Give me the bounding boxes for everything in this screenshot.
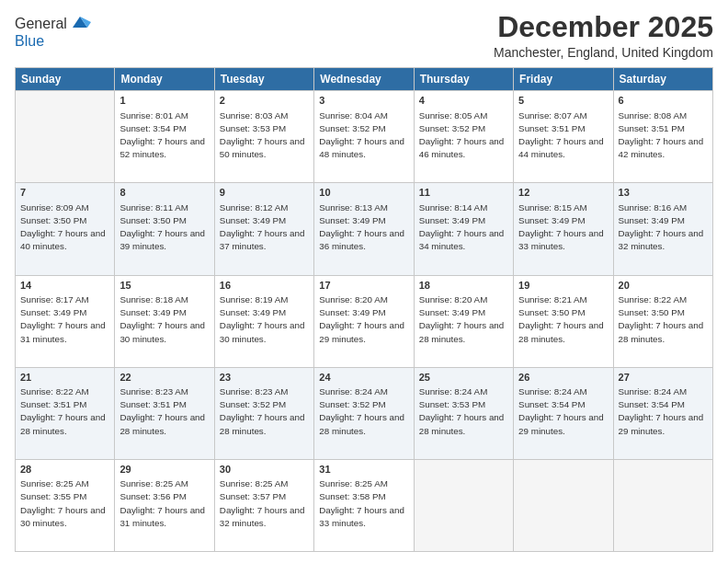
sunset-label: Sunset: 3:55 PM (20, 491, 86, 501)
day-number: 11 (419, 186, 508, 200)
day-info: Sunrise: 8:24 AM Sunset: 3:54 PM Dayligh… (619, 385, 708, 438)
calendar-week-row: 28 Sunrise: 8:25 AM Sunset: 3:55 PM Dayl… (16, 459, 713, 551)
sunset-label: Sunset: 3:52 PM (319, 123, 385, 133)
daylight-label: Daylight: 7 hours and 44 minutes. (518, 136, 604, 159)
sunrise-label: Sunrise: 8:05 AM (419, 110, 488, 121)
sunrise-label: Sunrise: 8:01 AM (119, 110, 188, 121)
calendar-day-cell: 7 Sunrise: 8:09 AM Sunset: 3:50 PM Dayli… (16, 183, 115, 275)
calendar-day-cell: 3 Sunrise: 8:04 AM Sunset: 3:52 PM Dayli… (314, 91, 414, 183)
day-number: 28 (20, 463, 109, 477)
sunset-label: Sunset: 3:52 PM (319, 399, 385, 409)
sunset-label: Sunset: 3:49 PM (419, 307, 485, 317)
sunrise-label: Sunrise: 8:23 AM (220, 386, 289, 396)
logo-icon (69, 11, 91, 33)
daylight-label: Daylight: 7 hours and 29 minutes. (518, 412, 604, 435)
sunrise-label: Sunrise: 8:04 AM (319, 110, 388, 121)
day-info: Sunrise: 8:12 AM Sunset: 3:49 PM Dayligh… (220, 201, 309, 254)
day-number: 7 (20, 186, 109, 200)
daylight-label: Daylight: 7 hours and 46 minutes. (419, 136, 505, 159)
sunrise-label: Sunrise: 8:22 AM (619, 294, 688, 304)
daylight-label: Daylight: 7 hours and 32 minutes. (619, 228, 704, 251)
daylight-label: Daylight: 7 hours and 30 minutes. (220, 320, 305, 343)
daylight-label: Daylight: 7 hours and 28 minutes. (419, 320, 505, 343)
calendar-week-row: 21 Sunrise: 8:22 AM Sunset: 3:51 PM Dayl… (16, 367, 713, 459)
day-of-week-header: Tuesday (214, 68, 313, 91)
calendar-table: SundayMondayTuesdayWednesdayThursdayFrid… (15, 67, 713, 552)
calendar-day-cell (16, 91, 115, 183)
day-info: Sunrise: 8:16 AM Sunset: 3:49 PM Dayligh… (619, 201, 708, 254)
calendar-day-cell: 1 Sunrise: 8:01 AM Sunset: 3:54 PM Dayli… (115, 91, 214, 183)
day-info: Sunrise: 8:13 AM Sunset: 3:49 PM Dayligh… (319, 201, 408, 254)
day-number: 10 (319, 186, 408, 200)
daylight-label: Daylight: 7 hours and 29 minutes. (619, 412, 704, 435)
sunrise-label: Sunrise: 8:07 AM (518, 110, 587, 121)
calendar-day-cell: 13 Sunrise: 8:16 AM Sunset: 3:49 PM Dayl… (613, 183, 712, 275)
daylight-label: Daylight: 7 hours and 28 minutes. (220, 412, 305, 435)
calendar-day-cell: 23 Sunrise: 8:23 AM Sunset: 3:52 PM Dayl… (214, 367, 313, 459)
day-number: 1 (119, 94, 209, 108)
sunset-label: Sunset: 3:49 PM (619, 215, 685, 225)
title-block: December 2025 Manchester, England, Unite… (494, 11, 713, 60)
day-number: 19 (518, 279, 608, 293)
day-of-week-header: Monday (115, 68, 214, 91)
day-number: 20 (619, 279, 708, 293)
day-number: 29 (119, 463, 209, 477)
day-info: Sunrise: 8:03 AM Sunset: 3:53 PM Dayligh… (220, 109, 309, 162)
daylight-label: Daylight: 7 hours and 33 minutes. (518, 228, 604, 251)
sunrise-label: Sunrise: 8:23 AM (119, 386, 188, 396)
day-number: 8 (119, 186, 209, 200)
day-number: 22 (119, 371, 209, 385)
sunrise-label: Sunrise: 8:20 AM (419, 294, 488, 304)
daylight-label: Daylight: 7 hours and 39 minutes. (119, 228, 205, 251)
logo-blue-text: Blue (15, 33, 91, 50)
calendar-day-cell: 21 Sunrise: 8:22 AM Sunset: 3:51 PM Dayl… (16, 367, 115, 459)
sunset-label: Sunset: 3:50 PM (619, 307, 685, 317)
day-info: Sunrise: 8:25 AM Sunset: 3:55 PM Dayligh… (20, 477, 109, 530)
daylight-label: Daylight: 7 hours and 50 minutes. (220, 136, 305, 159)
day-number: 2 (220, 94, 309, 108)
calendar-day-cell: 29 Sunrise: 8:25 AM Sunset: 3:56 PM Dayl… (115, 459, 214, 551)
day-number: 23 (220, 371, 309, 385)
sunrise-label: Sunrise: 8:16 AM (619, 202, 688, 213)
daylight-label: Daylight: 7 hours and 34 minutes. (419, 228, 505, 251)
sunset-label: Sunset: 3:51 PM (20, 399, 86, 409)
calendar-day-cell: 17 Sunrise: 8:20 AM Sunset: 3:49 PM Dayl… (314, 275, 414, 367)
daylight-label: Daylight: 7 hours and 28 minutes. (619, 320, 704, 343)
sunset-label: Sunset: 3:49 PM (220, 307, 286, 317)
day-info: Sunrise: 8:04 AM Sunset: 3:52 PM Dayligh… (319, 109, 408, 162)
sunrise-label: Sunrise: 8:08 AM (619, 110, 688, 121)
sunset-label: Sunset: 3:49 PM (119, 307, 186, 317)
daylight-label: Daylight: 7 hours and 36 minutes. (319, 228, 404, 251)
calendar-day-cell: 28 Sunrise: 8:25 AM Sunset: 3:55 PM Dayl… (16, 459, 115, 551)
calendar-day-cell: 5 Sunrise: 8:07 AM Sunset: 3:51 PM Dayli… (514, 91, 613, 183)
day-number: 21 (20, 371, 109, 385)
calendar-day-cell: 20 Sunrise: 8:22 AM Sunset: 3:50 PM Dayl… (613, 275, 712, 367)
calendar-header-row: SundayMondayTuesdayWednesdayThursdayFrid… (16, 68, 713, 91)
sunrise-label: Sunrise: 8:24 AM (419, 386, 488, 396)
calendar-week-row: 14 Sunrise: 8:17 AM Sunset: 3:49 PM Dayl… (16, 275, 713, 367)
day-number: 24 (319, 371, 408, 385)
sunrise-label: Sunrise: 8:14 AM (419, 202, 488, 213)
day-info: Sunrise: 8:01 AM Sunset: 3:54 PM Dayligh… (119, 109, 209, 162)
day-info: Sunrise: 8:09 AM Sunset: 3:50 PM Dayligh… (20, 201, 109, 254)
header: General Blue December 2025 Manchester, E… (15, 11, 713, 60)
daylight-label: Daylight: 7 hours and 31 minutes. (20, 320, 106, 343)
day-number: 4 (419, 94, 508, 108)
daylight-label: Daylight: 7 hours and 28 minutes. (518, 320, 604, 343)
sunrise-label: Sunrise: 8:25 AM (119, 478, 188, 488)
day-info: Sunrise: 8:21 AM Sunset: 3:50 PM Dayligh… (518, 293, 608, 346)
sunrise-label: Sunrise: 8:25 AM (20, 478, 89, 488)
sunset-label: Sunset: 3:53 PM (220, 123, 286, 133)
sunset-label: Sunset: 3:49 PM (518, 215, 585, 225)
calendar-day-cell: 14 Sunrise: 8:17 AM Sunset: 3:49 PM Dayl… (16, 275, 115, 367)
calendar-day-cell: 30 Sunrise: 8:25 AM Sunset: 3:57 PM Dayl… (214, 459, 313, 551)
day-number: 9 (220, 186, 309, 200)
day-info: Sunrise: 8:22 AM Sunset: 3:51 PM Dayligh… (20, 385, 109, 438)
calendar-day-cell: 22 Sunrise: 8:23 AM Sunset: 3:51 PM Dayl… (115, 367, 214, 459)
daylight-label: Daylight: 7 hours and 32 minutes. (220, 505, 305, 528)
sunset-label: Sunset: 3:57 PM (220, 491, 286, 501)
day-number: 18 (419, 279, 508, 293)
day-info: Sunrise: 8:23 AM Sunset: 3:52 PM Dayligh… (220, 385, 309, 438)
day-number: 30 (220, 463, 309, 477)
sunrise-label: Sunrise: 8:25 AM (220, 478, 289, 488)
